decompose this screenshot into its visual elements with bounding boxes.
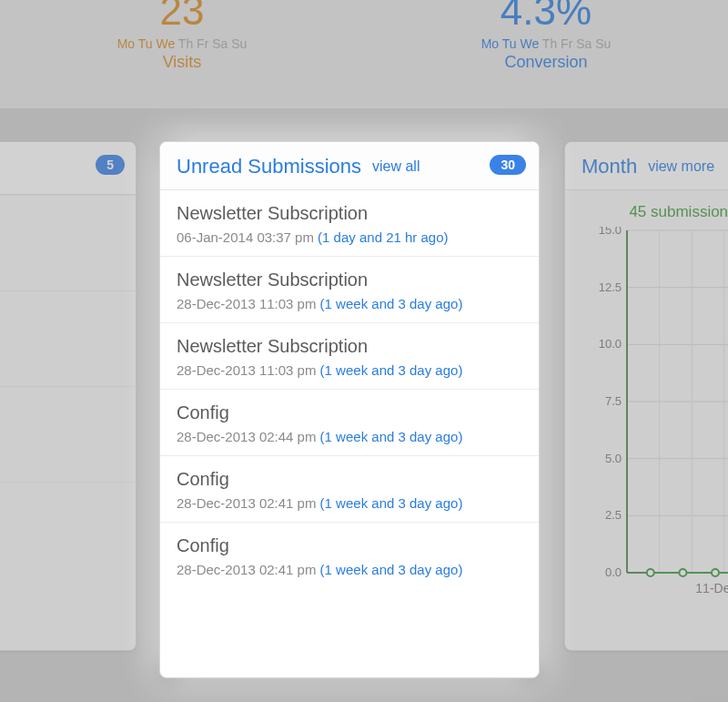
left-panel-row[interactable]: analytics [0,386,136,482]
left-panel-header: 5 [0,142,136,195]
visits-value: 23 [0,0,364,31]
svg-text:0.0: 0.0 [605,565,622,579]
submission-item[interactable]: Newsletter Subscription28-Dec-2013 11:03… [160,256,539,322]
submission-timestamp: 28-Dec-2013 11:03 pm [177,362,320,378]
visits-stat: 23 Mo Tu We Th Fr Sa Su Visits [0,0,364,108]
submission-ago: (1 week and 3 day ago) [320,495,463,511]
unread-panel-header: Unread Submissions view all 30 [160,142,539,190]
submission-item[interactable]: Config28-Dec-2013 02:41 pm (1 week and 3… [160,455,539,522]
top-stats-strip: 23 Mo Tu We Th Fr Sa Su Visits 4.3% Mo T… [0,0,728,109]
unread-submissions-list: Newsletter Subscription06-Jan-2014 03:37… [160,190,539,588]
svg-text:15.0: 15.0 [599,227,622,237]
month-panel-title: Month [581,155,637,178]
svg-text:10.0: 10.0 [599,337,622,351]
left-panel-row[interactable]: analytics [0,290,136,386]
submission-timestamp: 28-Dec-2013 02:41 pm [177,495,320,511]
svg-text:5.0: 5.0 [605,452,622,465]
conversion-stat: 4.3% Mo Tu We Th Fr Sa Su Conversion [364,0,728,108]
submission-timestamp: 28-Dec-2013 11:03 pm [177,296,320,311]
submission-timestamp: 06-Jan-2014 03:37 pm [177,229,318,245]
month-panel: Month view more 45 submissions 0.02.55.0… [564,141,728,651]
submission-meta: 28-Dec-2013 02:44 pm (1 week and 3 day a… [177,429,522,444]
submission-title: Config [177,469,522,490]
unread-count-badge: 30 [490,155,526,175]
submission-meta: 28-Dec-2013 11:03 pm (1 week and 3 day a… [177,362,522,378]
month-view-more-link[interactable]: view more [648,158,714,175]
conversion-days: Mo Tu We Th Fr Sa Su [364,36,728,51]
unread-panel-title: Unread Submissions [177,155,361,178]
submission-ago: (1 week and 3 day ago) [320,562,463,577]
left-panel-row[interactable]: analytics [0,195,136,290]
submission-item[interactable]: Config28-Dec-2013 02:44 pm (1 week and 3… [160,389,539,455]
submission-title: Newsletter Subscription [177,270,522,290]
submission-ago: (1 week and 3 day ago) [320,429,463,444]
submission-item[interactable]: Newsletter Subscription06-Jan-2014 03:37… [160,190,539,256]
submission-item[interactable]: Newsletter Subscription28-Dec-2013 11:03… [160,322,539,389]
month-chart: 0.02.55.07.510.012.515.011-Dec [589,227,728,609]
submission-timestamp: 28-Dec-2013 02:44 pm [177,429,320,444]
conversion-value: 4.3% [364,0,728,31]
unread-view-all-link[interactable]: view all [372,158,420,175]
svg-point-23 [712,569,719,576]
submission-ago: (1 day and 21 hr ago) [318,229,448,245]
submission-ago: (1 week and 3 day ago) [320,296,463,311]
submission-title: Config [177,535,522,556]
submission-title: Config [177,402,522,423]
left-panel: 5 analyticsanalyticsanalyticsanalytics [0,141,136,651]
submission-item[interactable]: Config28-Dec-2013 02:41 pm (1 week and 3… [160,522,539,588]
svg-point-21 [647,569,654,576]
left-panel-badge: 5 [96,155,125,175]
svg-text:11-Dec: 11-Dec [695,581,728,595]
submission-meta: 28-Dec-2013 11:03 pm (1 week and 3 day a… [177,296,522,311]
left-panel-row[interactable]: analytics [0,482,136,577]
submission-meta: 28-Dec-2013 02:41 pm (1 week and 3 day a… [177,562,522,577]
unread-submissions-panel: Unread Submissions view all 30 Newslette… [159,141,540,678]
svg-text:7.5: 7.5 [605,394,622,408]
submission-meta: 28-Dec-2013 02:41 pm (1 week and 3 day a… [177,495,522,511]
svg-text:12.5: 12.5 [599,280,622,294]
conversion-label: Conversion [364,53,728,72]
submission-meta: 06-Jan-2014 03:37 pm (1 day and 21 hr ag… [177,229,522,245]
submission-ago: (1 week and 3 day ago) [320,362,463,378]
month-summary: 45 submissions [565,190,728,227]
month-panel-header: Month view more [565,142,728,190]
submission-timestamp: 28-Dec-2013 02:41 pm [177,562,320,577]
submission-title: Newsletter Subscription [177,203,522,224]
visits-days: Mo Tu We Th Fr Sa Su [0,36,364,51]
svg-point-22 [679,569,686,576]
svg-text:2.5: 2.5 [605,508,622,522]
visits-label: Visits [0,53,364,72]
submission-title: Newsletter Subscription [177,336,522,357]
